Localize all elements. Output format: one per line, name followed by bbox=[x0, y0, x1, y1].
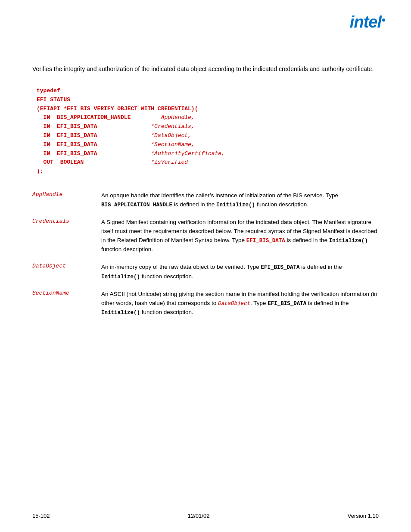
code-line-4: IN BIS_APPLICATION_HANDLE AppHandle, bbox=[37, 113, 379, 122]
param-desc-2: An in-memory copy of the raw data object… bbox=[101, 263, 379, 290]
code-block: typedef EFI_STATUS (EFIAPI *EFI_BIS_VERI… bbox=[37, 87, 379, 176]
footer-date: 12/01/02 bbox=[188, 513, 210, 519]
param-name-2: DataObject bbox=[32, 263, 101, 290]
intel-logo: intel bbox=[350, 13, 385, 31]
code-line-6: IN EFI_BIS_DATA *DataObject, bbox=[37, 131, 379, 140]
code-line-2: EFI_STATUS bbox=[37, 96, 379, 105]
params-table: AppHandleAn opaque handle that identifie… bbox=[32, 191, 379, 326]
code-line-5: IN EFI_BIS_DATA *Credentials, bbox=[37, 122, 379, 131]
param-desc-0: An opaque handle that identifies the cal… bbox=[101, 191, 379, 218]
code-line-7: IN EFI_BIS_DATA *SectionName, bbox=[37, 140, 379, 149]
param-row-2: DataObjectAn in-memory copy of the raw d… bbox=[32, 263, 379, 290]
param-name-3: SectionName bbox=[32, 290, 101, 326]
page-footer: 15-102 12/01/02 Version 1.10 bbox=[32, 509, 379, 519]
param-desc-1: A Signed Manifest containing verificatio… bbox=[101, 218, 379, 263]
footer-version: Version 1.10 bbox=[348, 513, 379, 519]
param-desc-3: An ASCII (not Unicode) string giving the… bbox=[101, 290, 379, 326]
page-description: Verifies the integrity and authorization… bbox=[32, 65, 379, 74]
page: intel Verifies the integrity and authori… bbox=[0, 0, 411, 532]
code-line-8: IN EFI_BIS_DATA *AuthorityCertificate, bbox=[37, 149, 379, 159]
param-row-1: CredentialsA Signed Manifest containing … bbox=[32, 218, 379, 263]
param-name-1: Credentials bbox=[32, 218, 101, 263]
footer-page-number: 15-102 bbox=[32, 513, 50, 519]
code-line-1: typedef bbox=[37, 87, 379, 96]
param-row-0: AppHandleAn opaque handle that identifie… bbox=[32, 191, 379, 218]
param-name-0: AppHandle bbox=[32, 191, 101, 218]
code-line-10: ); bbox=[37, 167, 379, 176]
code-line-3: (EFIAPI *EFI_BIS_VERIFY_OBJECT_WITH_CRED… bbox=[37, 105, 379, 114]
code-line-9: OUT BOOLEAN *IsVerified bbox=[37, 158, 379, 167]
param-row-3: SectionNameAn ASCII (not Unicode) string… bbox=[32, 290, 379, 326]
